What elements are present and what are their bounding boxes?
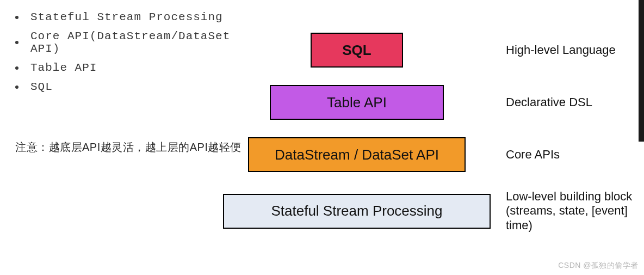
left-column: Stateful Stream Processing Core API(Data… <box>15 11 244 155</box>
api-bullet-list: Stateful Stream Processing Core API(Data… <box>15 11 244 93</box>
layer-row-sql: SQL High-level Language <box>223 33 644 68</box>
list-item: Table API <box>15 62 244 74</box>
list-item: SQL <box>15 81 244 93</box>
layer-block-datastream: DataStream / DataSet API <box>248 137 466 172</box>
layer-block-sql: SQL <box>311 33 403 68</box>
watermark-text: CSDN @孤独的偷学者 <box>558 261 639 271</box>
bullet-icon <box>15 41 18 44</box>
layer-diagram: SQL High-level Language Table API Declar… <box>223 33 644 233</box>
layer-block-table: Table API <box>270 85 444 120</box>
layer-desc-datastream: Core APIs <box>506 148 560 162</box>
bullet-icon <box>15 85 18 89</box>
block-wrap: SQL <box>223 33 491 68</box>
bullet-icon <box>15 16 18 19</box>
block-wrap: Table API <box>223 85 491 120</box>
block-wrap: Stateful Stream Processing <box>223 194 491 229</box>
bullet-text: Core API(DataStream/DataSet API) <box>30 30 244 55</box>
note-text: 注意：越底层API越灵活，越上层的API越轻便 <box>15 140 244 155</box>
list-item: Stateful Stream Processing <box>15 11 244 23</box>
bullet-text: Stateful Stream Processing <box>30 11 223 23</box>
layer-row-table: Table API Declarative DSL <box>223 85 644 120</box>
layer-row-datastream: DataStream / DataSet API Core APIs <box>223 137 644 172</box>
side-accent-bar <box>639 0 644 142</box>
layer-block-stateful: Stateful Stream Processing <box>223 194 491 229</box>
layer-desc-stateful: Low-level building block (streams, state… <box>506 190 642 233</box>
block-wrap: DataStream / DataSet API <box>223 137 491 172</box>
layer-desc-table: Declarative DSL <box>506 95 592 109</box>
bullet-text: Table API <box>30 62 97 74</box>
list-item: Core API(DataStream/DataSet API) <box>15 30 244 55</box>
bullet-text: SQL <box>30 81 53 93</box>
layer-row-stateful: Stateful Stream Processing Low-level bui… <box>223 190 644 233</box>
layer-desc-sql: High-level Language <box>506 43 616 57</box>
bullet-icon <box>15 66 18 70</box>
